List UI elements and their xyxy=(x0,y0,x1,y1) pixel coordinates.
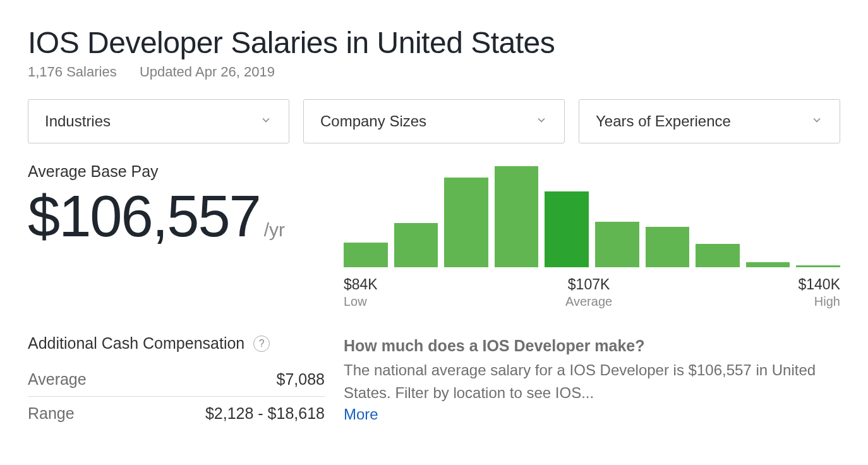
filter-company-sizes[interactable]: Company Sizes xyxy=(303,99,565,143)
axis-high-value: $140K xyxy=(798,276,840,293)
additional-compensation: Additional Cash Compensation ? Average $… xyxy=(28,334,344,430)
axis-low-label: Low xyxy=(344,294,378,309)
chevron-down-icon xyxy=(260,112,272,130)
chart-bar xyxy=(696,244,740,267)
description-title: How much does a IOS Developer make? xyxy=(344,337,840,355)
more-link[interactable]: More xyxy=(344,406,378,423)
axis-mid-value: $107K xyxy=(565,276,612,293)
chevron-down-icon xyxy=(811,112,823,130)
chart-bar xyxy=(444,178,488,267)
addcomp-average-value: $7,088 xyxy=(277,370,325,389)
chart-bar xyxy=(394,223,438,267)
chevron-down-icon xyxy=(535,112,548,130)
addcomp-average-label: Average xyxy=(28,370,87,389)
description-block: How much does a IOS Developer make? The … xyxy=(344,334,840,423)
additional-compensation-heading: Additional Cash Compensation xyxy=(28,334,244,353)
average-base-pay-value: $106,557 xyxy=(28,187,260,245)
chart-bar xyxy=(746,262,790,267)
chart-bar xyxy=(595,222,639,267)
description-body: The national average salary for a IOS De… xyxy=(344,359,840,404)
chart-axis-labels: $84K Low $107K Average $140K High xyxy=(344,276,840,309)
help-icon[interactable]: ? xyxy=(253,335,270,352)
average-base-pay-label: Average Base Pay xyxy=(28,162,325,181)
updated-date: Updated Apr 26, 2019 xyxy=(140,64,275,80)
salary-distribution-chart xyxy=(344,166,840,267)
filter-experience[interactable]: Years of Experience xyxy=(579,99,840,143)
filter-industries[interactable]: Industries xyxy=(28,99,289,143)
filter-industries-label: Industries xyxy=(45,112,111,130)
average-base-pay-unit: /yr xyxy=(264,219,285,241)
page-title: IOS Developer Salaries in United States xyxy=(28,25,840,60)
axis-mid-label: Average xyxy=(565,294,612,309)
chart-bar xyxy=(796,265,840,267)
axis-low-value: $84K xyxy=(344,276,378,293)
chart-bar xyxy=(344,243,388,267)
addcomp-range-label: Range xyxy=(28,404,75,423)
addcomp-range-value: $2,128 - $18,618 xyxy=(205,404,325,423)
chart-bar xyxy=(495,166,539,267)
chart-bar xyxy=(545,191,589,267)
filter-experience-label: Years of Experience xyxy=(596,112,731,130)
page-subheader: 1,176 Salaries Updated Apr 26, 2019 xyxy=(28,64,840,80)
filter-company-sizes-label: Company Sizes xyxy=(320,112,426,130)
chart-bar xyxy=(646,227,690,267)
salary-count: 1,176 Salaries xyxy=(28,64,117,80)
filter-bar: Industries Company Sizes Years of Experi… xyxy=(28,99,840,143)
axis-high-label: High xyxy=(798,294,840,309)
